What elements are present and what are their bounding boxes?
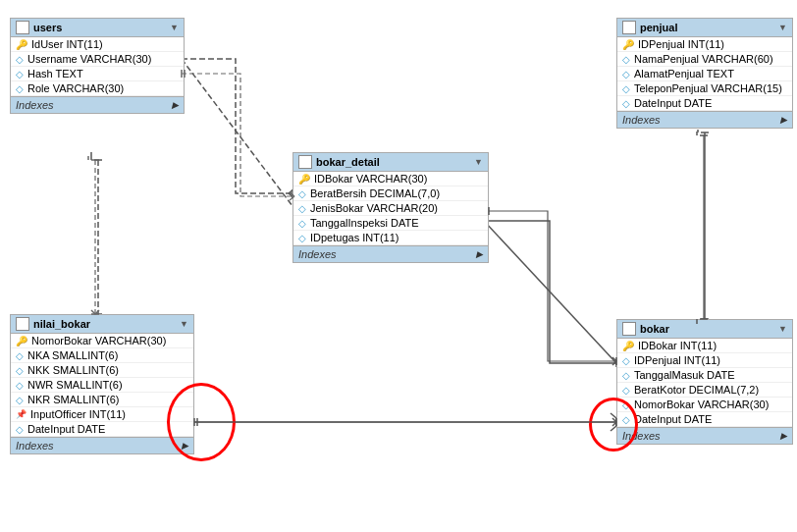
table-nilai-bokar-icon: [16, 317, 29, 331]
table-nilai-bokar-footer[interactable]: Indexes ▶: [11, 437, 193, 453]
table-penjual-title: penjual: [640, 22, 678, 33]
table-row: ◇ NKA SMALLINT(6): [11, 348, 193, 363]
diamond-icon: ◇: [16, 83, 24, 94]
table-row: ◇ BeratKotor DECIMAL(7,2): [617, 383, 792, 398]
footer-label: Indexes: [16, 99, 54, 111]
footer-label: Indexes: [622, 114, 661, 126]
table-bokar-header: bokar ▼: [617, 320, 792, 339]
table-bokar-icon: [622, 322, 636, 336]
table-users[interactable]: users ▼ 🔑 IdUser INT(11) ◇ Username VARC…: [10, 18, 185, 114]
footer-arrow-icon: ▶: [476, 249, 483, 259]
key-icon: 🔑: [622, 39, 634, 50]
table-row: ◇ Hash TEXT: [11, 67, 184, 81]
footer-arrow-icon: ▶: [780, 431, 787, 441]
footer-arrow-icon: ▶: [172, 100, 179, 110]
field-label: NKA SMALLINT(6): [27, 349, 118, 361]
footer-label: Indexes: [298, 248, 337, 260]
field-label: NKR SMALLINT(6): [27, 394, 120, 405]
table-bokar-detail-header: bokar_detail ▼: [293, 153, 488, 172]
svg-line-0: [182, 59, 292, 206]
diamond-icon: ◇: [298, 188, 306, 199]
field-label: Role VARCHAR(30): [27, 82, 124, 94]
field-label: BeratKotor DECIMAL(7,2): [634, 384, 759, 396]
table-row: ◇ Username VARCHAR(30): [11, 52, 184, 67]
table-users-dropdown[interactable]: ▼: [170, 23, 179, 32]
field-label: DateInput DATE: [634, 97, 712, 109]
table-bokar[interactable]: bokar ▼ 🔑 IDBokar INT(11) ◇ IDPenjual IN…: [616, 319, 793, 445]
table-penjual-footer[interactable]: Indexes ▶: [617, 111, 792, 128]
table-row: ◇ NKR SMALLINT(6): [11, 393, 193, 407]
table-row: ◇ IDPenjual INT(11): [617, 353, 792, 368]
diamond-icon: ◇: [622, 83, 630, 94]
field-label: NWR SMALLINT(6): [27, 379, 123, 391]
table-bokar-detail[interactable]: bokar_detail ▼ 🔑 IDBokar VARCHAR(30) ◇ B…: [292, 152, 489, 263]
footer-arrow-icon: ▶: [780, 115, 787, 125]
table-row: 🔑 IDBokar INT(11): [617, 339, 792, 353]
diamond-icon: ◇: [622, 69, 630, 80]
table-row: ◇ NWR SMALLINT(6): [11, 378, 193, 393]
diamond-icon: ◇: [622, 414, 630, 425]
table-row: 🔑 IdUser INT(11): [11, 37, 184, 52]
diamond-icon: ◇: [16, 380, 24, 391]
table-row: 🔑 IDPenjual INT(11): [617, 37, 792, 52]
table-row: ◇ DateInput DATE: [617, 96, 792, 111]
diamond-icon: ◇: [16, 69, 24, 80]
diamond-icon: ◇: [16, 424, 24, 435]
table-users-footer[interactable]: Indexes ▶: [11, 96, 184, 113]
table-row: ◇ AlamatPenjual TEXT: [617, 67, 792, 81]
table-row: ◇ BeratBersih DECIMAL(7,0): [293, 186, 488, 201]
table-users-header: users ▼: [11, 19, 184, 37]
field-label: NomorBokar VARCHAR(30): [31, 335, 166, 346]
field-label: IDPenjual INT(11): [634, 354, 720, 366]
field-label: AlamatPenjual TEXT: [634, 68, 734, 80]
table-row: ◇ DateInput DATE: [11, 422, 193, 437]
field-label: NKK SMALLINT(6): [27, 364, 119, 376]
table-row: 📌 InputOfficer INT(11): [11, 407, 193, 422]
diamond-icon: ◇: [298, 233, 306, 243]
diamond-icon: ◇: [16, 365, 24, 376]
diamond-icon: ◇: [16, 395, 24, 405]
table-penjual-dropdown[interactable]: ▼: [778, 23, 787, 32]
table-bokar-detail-title: bokar_detail: [316, 156, 380, 168]
diamond-icon: ◇: [16, 54, 24, 65]
diamond-icon: ◇: [298, 203, 306, 214]
table-row: 🔑 NomorBokar VARCHAR(30): [11, 334, 193, 348]
field-label: TanggalInspeksi DATE: [310, 217, 418, 229]
diamond-icon: ◇: [622, 98, 630, 109]
table-row: ◇ IDpetugas INT(11): [293, 231, 488, 245]
key-icon: 🔑: [16, 39, 27, 50]
table-users-title: users: [33, 22, 62, 33]
diamond-icon: ◇: [622, 385, 630, 396]
table-penjual-header: penjual ▼: [617, 19, 792, 37]
field-label: InputOfficer INT(11): [30, 408, 126, 420]
table-bokar-footer[interactable]: Indexes ▶: [617, 427, 792, 444]
field-label: IDBokar VARCHAR(30): [314, 173, 427, 185]
table-penjual[interactable]: penjual ▼ 🔑 IDPenjual INT(11) ◇ NamaPenj…: [616, 18, 793, 129]
field-label: IdUser INT(11): [31, 38, 103, 50]
field-label: Username VARCHAR(30): [27, 53, 151, 65]
field-label: IDBokar INT(11): [638, 340, 717, 351]
field-label: Hash TEXT: [27, 68, 83, 80]
table-row: ◇ TeleponPenjual VARCHAR(15): [617, 81, 792, 96]
diamond-icon: ◇: [622, 399, 630, 410]
table-nilai-bokar[interactable]: nilai_bokar ▼ 🔑 NomorBokar VARCHAR(30) ◇…: [10, 314, 194, 454]
field-label: DateInput DATE: [27, 423, 105, 435]
table-bokar-title: bokar: [640, 323, 669, 335]
footer-label: Indexes: [622, 430, 661, 442]
table-bokar-detail-footer[interactable]: Indexes ▶: [293, 245, 488, 262]
footer-label: Indexes: [16, 440, 54, 452]
table-users-icon: [16, 21, 29, 34]
diamond-icon: ◇: [622, 355, 630, 366]
diamond-icon: ◇: [622, 54, 630, 65]
table-row: 🔑 IDBokar VARCHAR(30): [293, 172, 488, 186]
diamond-icon: ◇: [16, 350, 24, 361]
diamond-icon: ◇: [622, 370, 630, 381]
footer-arrow-icon: ▶: [182, 441, 188, 451]
table-bokar-dropdown[interactable]: ▼: [778, 324, 787, 334]
table-bokar-detail-dropdown[interactable]: ▼: [474, 157, 483, 167]
table-nilai-bokar-dropdown[interactable]: ▼: [180, 319, 188, 329]
key-icon: 🔑: [16, 336, 27, 346]
table-nilai-bokar-title: nilai_bokar: [33, 318, 90, 330]
table-row: ◇ NomorBokar VARCHAR(30): [617, 398, 792, 412]
field-label: NamaPenjual VARCHAR(60): [634, 53, 773, 65]
